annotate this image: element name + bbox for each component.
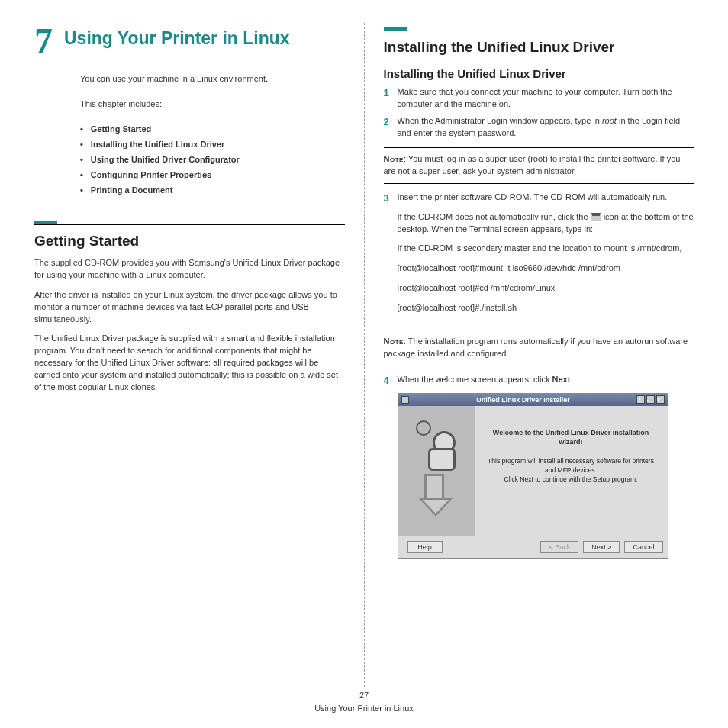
help-window-button[interactable]: ? bbox=[636, 395, 645, 404]
section-title-getting-started: Getting Started bbox=[34, 233, 345, 250]
page-footer: 27 Using Your Printer in Linux bbox=[0, 689, 728, 714]
terminal-icon bbox=[591, 213, 601, 221]
step-4: 4 When the welcome screen appears, click… bbox=[384, 374, 694, 388]
chapter-header: 7 Using Your Printer in Linux bbox=[34, 23, 345, 60]
step-number: 2 bbox=[384, 115, 398, 140]
subsection-title-install: Installing the Unified Linux Driver bbox=[384, 67, 694, 80]
step-number: 3 bbox=[384, 192, 398, 323]
install-steps-cont: 3 Insert the printer software CD-ROM. Th… bbox=[384, 192, 694, 323]
note-label: Note bbox=[384, 154, 404, 163]
wizard-sidebar-image bbox=[398, 406, 475, 536]
command-line: [root@localhost root]#mount -t iso9660 /… bbox=[398, 263, 694, 275]
wizard-footer: Help < Back Next > Cancel bbox=[398, 536, 668, 558]
installer-screenshot: Unified Linux Driver Installer ? - × Wel… bbox=[398, 393, 668, 559]
back-button: < Back bbox=[540, 541, 578, 553]
toc-item[interactable]: Configuring Printer Properties bbox=[80, 170, 345, 179]
body-text: The Unified Linux Driver package is supp… bbox=[34, 333, 345, 394]
wizard-desc: Click Next to continue with the Setup pr… bbox=[484, 475, 659, 485]
section-rule bbox=[384, 27, 694, 31]
page-number: 27 bbox=[0, 689, 728, 702]
wizard-desc: This program will install all necessary … bbox=[484, 457, 659, 475]
chapter-number: 7 bbox=[34, 23, 53, 60]
includes-label: This chapter includes: bbox=[80, 98, 345, 110]
close-window-button[interactable]: × bbox=[656, 395, 665, 404]
install-steps: 1 Make sure that you connect your machin… bbox=[384, 86, 694, 140]
step-number: 4 bbox=[384, 374, 398, 388]
note-block: Note: The installation program runs auto… bbox=[384, 330, 694, 366]
help-button[interactable]: Help bbox=[407, 541, 443, 553]
section-title-install: Installing the Unified Linux Driver bbox=[384, 39, 694, 56]
step-number: 1 bbox=[384, 86, 398, 111]
note-label: Note bbox=[384, 337, 404, 346]
step-3: 3 Insert the printer software CD-ROM. Th… bbox=[384, 192, 694, 323]
intro-text: You can use your machine in a Linux envi… bbox=[80, 73, 345, 85]
chapter-title: Using Your Printer in Linux bbox=[64, 23, 290, 50]
note-block: Note: You must log in as a super user (r… bbox=[384, 147, 694, 184]
next-button[interactable]: Next > bbox=[583, 541, 620, 553]
command-line: [root@localhost root]#./install.sh bbox=[398, 302, 694, 314]
chapter-toc: Getting Started Installing the Unified L… bbox=[80, 124, 345, 195]
minimize-window-button[interactable]: - bbox=[646, 395, 655, 404]
window-title: Unified Linux Driver Installer bbox=[412, 396, 635, 404]
cancel-button[interactable]: Cancel bbox=[624, 541, 662, 553]
window-titlebar: Unified Linux Driver Installer ? - × bbox=[398, 394, 668, 406]
toc-item[interactable]: Getting Started bbox=[80, 124, 345, 134]
toc-item[interactable]: Using the Unified Driver Configurator bbox=[80, 155, 345, 164]
command-line: [root@localhost root]#cd /mnt/cdrom/Linu… bbox=[398, 282, 694, 295]
body-text: The supplied CD-ROM provides you with Sa… bbox=[34, 257, 345, 282]
footer-title: Using Your Printer in Linux bbox=[0, 702, 728, 715]
toc-item[interactable]: Printing a Document bbox=[80, 185, 345, 195]
step-1: 1 Make sure that you connect your machin… bbox=[384, 86, 694, 111]
step-2: 2 When the Administrator Login window ap… bbox=[384, 115, 694, 140]
toc-item[interactable]: Installing the Unified Linux Driver bbox=[80, 140, 345, 149]
wizard-welcome-text: Welcome to the Unified Linux Driver inst… bbox=[484, 429, 659, 446]
body-text: After the driver is installed on your Li… bbox=[34, 289, 345, 326]
section-rule bbox=[34, 221, 345, 225]
window-icon bbox=[401, 396, 409, 404]
